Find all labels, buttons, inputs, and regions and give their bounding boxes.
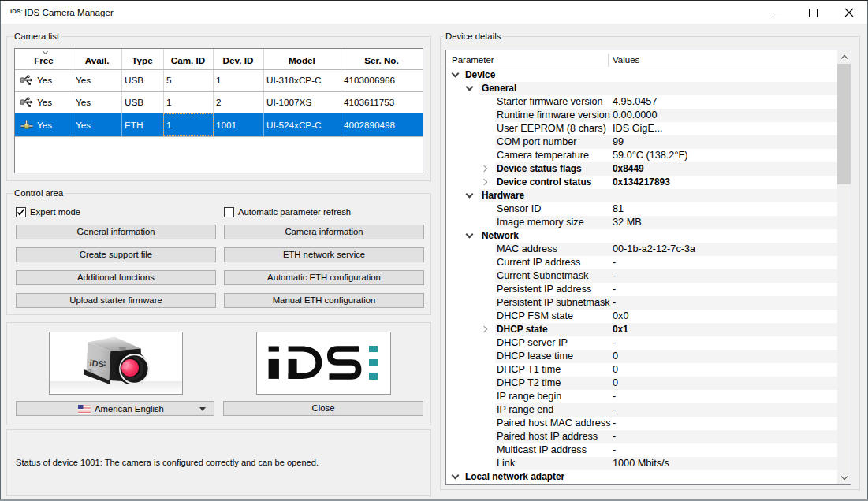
svg-text:Ⓐ: Ⓐ bbox=[88, 369, 93, 375]
svg-text:iDS: iDS bbox=[89, 358, 104, 369]
